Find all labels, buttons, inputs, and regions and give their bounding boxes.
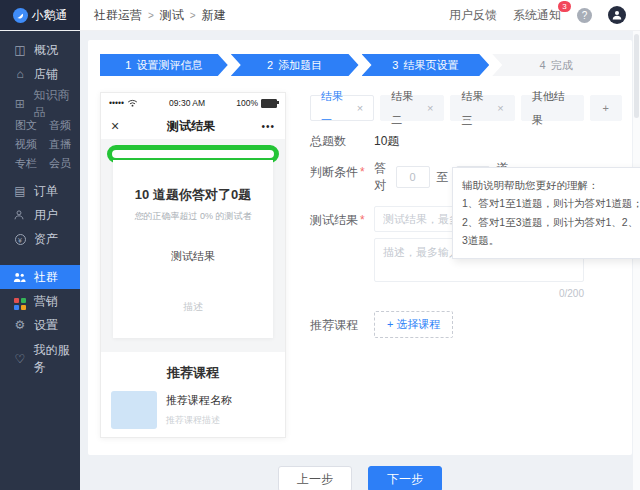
recommend-heading: 推荐课程 xyxy=(101,364,285,382)
gear-icon: ⚙ xyxy=(13,318,27,332)
notifications-link[interactable]: 系统通知 3 xyxy=(513,7,561,24)
help-tooltip: 辅助说明帮助您更好的理解： 1、答对1至1道题，则计为答对1道题； 2、答对1至… xyxy=(452,167,640,259)
sidebar-item-knowledge-goods[interactable]: ⊞ 知识商品 xyxy=(0,92,80,116)
more-menu-icon: ••• xyxy=(257,121,275,132)
result-title: 10 道题你答对了0题 xyxy=(113,186,273,204)
overview-icon: ◫ xyxy=(13,43,27,57)
add-result-tab-button[interactable]: + xyxy=(590,95,622,121)
wizard-panel: 1 设置测评信息 2 添加题目 3 结果页设置 4 完成 ••••• xyxy=(88,40,632,455)
breadcrumb-item-community[interactable]: 社群运营 xyxy=(94,7,142,24)
close-icon[interactable]: × xyxy=(357,96,363,120)
sidebar-item-label: 概况 xyxy=(34,42,58,59)
sidebar-item-audio[interactable]: 音频 xyxy=(49,118,71,133)
tab-label: 结果三 xyxy=(461,84,491,132)
step-4-finish: 4 完成 xyxy=(492,54,620,76)
phone-page-title: 测试结果 xyxy=(125,118,257,135)
sidebar-item-label: 社群 xyxy=(34,269,58,286)
condition-label: 判断条件 xyxy=(310,165,358,179)
course-thumbnail xyxy=(111,391,157,429)
breadcrumb-item-test[interactable]: 测试 xyxy=(160,7,184,24)
wifi-icon xyxy=(127,99,138,107)
tab-other-result[interactable]: 其他结果 xyxy=(521,95,584,121)
to-label: 至 xyxy=(437,169,449,186)
result-settings-form: 结果一 × 结果二 × 结果三 × 其他结果 + 总题数 10题 xyxy=(310,95,622,338)
sidebar-subrow: 视频 直播 xyxy=(0,135,80,154)
sidebar-item-label: 营销 xyxy=(34,293,58,310)
sidebar-item-shop[interactable]: ⌂ 店铺 xyxy=(0,62,80,86)
tab-result-3[interactable]: 结果三 × xyxy=(450,95,514,121)
logo-icon xyxy=(13,8,28,23)
breadcrumb-separator: > xyxy=(148,10,154,21)
total-questions-label: 总题数 xyxy=(310,133,374,150)
tab-result-1[interactable]: 结果一 × xyxy=(310,95,374,121)
page-scrollbar[interactable] xyxy=(633,30,640,490)
test-result-label-wrap: 测试结果* xyxy=(310,206,374,229)
course-description: 推荐课程描述 xyxy=(166,414,232,427)
feedback-link[interactable]: 用户反馈 xyxy=(449,7,497,24)
step-label: 完成 xyxy=(551,58,573,73)
sidebar-item-column[interactable]: 专栏 xyxy=(15,156,37,171)
step-1-set-info[interactable]: 1 设置测评信息 xyxy=(100,54,228,76)
sidebar-item-label: 订单 xyxy=(34,183,58,200)
community-icon xyxy=(13,272,27,283)
result-card: 10 道题你答对了0题 您的正确率超过 0% 的测试者 测试结果 描述 xyxy=(113,160,273,338)
help-icon[interactable]: ? xyxy=(577,8,592,23)
result-name: 测试结果 xyxy=(113,249,273,264)
sidebar-item-live[interactable]: 直播 xyxy=(49,137,71,152)
sidebar-item-community[interactable]: 社群 xyxy=(0,265,80,289)
step-label: 设置测评信息 xyxy=(136,58,202,73)
sidebar-item-overview[interactable]: ◫ 概况 xyxy=(0,38,80,62)
sidebar-item-member[interactable]: 会员 xyxy=(49,156,71,171)
tooltip-line-1: 1、答对1至1道题，则计为答对1道题； xyxy=(462,194,640,212)
knowledge-grid-icon: ⊞ xyxy=(13,97,27,111)
sidebar-item-my-services[interactable]: ♡ 我的服务 xyxy=(0,347,80,371)
close-icon: × xyxy=(111,118,125,134)
orders-icon: ▤ xyxy=(13,184,27,198)
sidebar-subrow: 图文 音频 xyxy=(0,116,80,135)
assets-coin-icon: ¥ xyxy=(13,232,27,246)
sidebar-item-label: 资产 xyxy=(34,231,58,248)
step-number: 2 xyxy=(267,59,273,71)
breadcrumb: 社群运营 > 测试 > 新建 xyxy=(94,7,226,24)
required-mark: * xyxy=(360,165,365,179)
phone-time: 09:30 AM xyxy=(169,98,205,108)
step-number: 1 xyxy=(125,59,131,71)
avatar[interactable] xyxy=(608,6,626,24)
scrollbar-thumb[interactable] xyxy=(634,34,639,118)
topbar: 小鹅通 社群运营 > 测试 > 新建 用户反馈 系统通知 3 ? xyxy=(0,0,640,30)
result-tabs: 结果一 × 结果二 × 结果三 × 其他结果 + xyxy=(310,95,622,121)
range-from-input[interactable] xyxy=(396,166,430,188)
sidebar-item-orders[interactable]: ▤ 订单 xyxy=(0,179,80,203)
course-list-item: 推荐课程名称 推荐课程描述 xyxy=(101,382,285,435)
sidebar-item-imagetext[interactable]: 图文 xyxy=(15,118,37,133)
result-description: 描述 xyxy=(113,300,273,314)
tab-label: 结果二 xyxy=(391,84,421,132)
sidebar-subrow: 专栏 会员 xyxy=(0,154,80,173)
tooltip-title: 辅助说明帮助您更好的理解： xyxy=(462,176,640,194)
recommend-course-label: 推荐课程 xyxy=(310,311,374,334)
sidebar-item-users[interactable]: 用户 xyxy=(0,203,80,227)
sidebar-item-marketing[interactable]: 营销 xyxy=(0,289,80,313)
sidebar-item-assets[interactable]: ¥ 资产 xyxy=(0,227,80,251)
breadcrumb-item-new[interactable]: 新建 xyxy=(202,7,226,24)
sidebar-item-label: 用户 xyxy=(34,207,58,224)
step-indicator: 1 设置测评信息 2 添加题目 3 结果页设置 4 完成 xyxy=(100,54,620,76)
notifications-label: 系统通知 xyxy=(513,8,561,22)
step-3-result-page[interactable]: 3 结果页设置 xyxy=(362,54,490,76)
close-icon[interactable]: × xyxy=(427,96,433,120)
result-subtitle: 您的正确率超过 0% 的测试者 xyxy=(113,210,273,223)
step-number: 3 xyxy=(392,59,398,71)
total-questions-row: 总题数 10题 xyxy=(310,133,622,150)
prev-step-button[interactable]: 上一步 xyxy=(278,466,352,490)
choose-course-button[interactable]: + 选择课程 xyxy=(374,311,453,338)
tab-result-2[interactable]: 结果二 × xyxy=(380,95,444,121)
sidebar-item-video[interactable]: 视频 xyxy=(15,137,37,152)
app-logo[interactable]: 小鹅通 xyxy=(0,0,80,30)
step-2-add-questions[interactable]: 2 添加题目 xyxy=(231,54,359,76)
sidebar-item-settings[interactable]: ⚙ 设置 xyxy=(0,313,80,337)
battery-icon xyxy=(261,99,277,108)
shop-icon: ⌂ xyxy=(13,67,27,81)
close-icon[interactable]: × xyxy=(497,96,503,120)
condition-label-wrap: 判断条件* xyxy=(310,160,374,181)
next-step-button[interactable]: 下一步 xyxy=(368,466,442,490)
